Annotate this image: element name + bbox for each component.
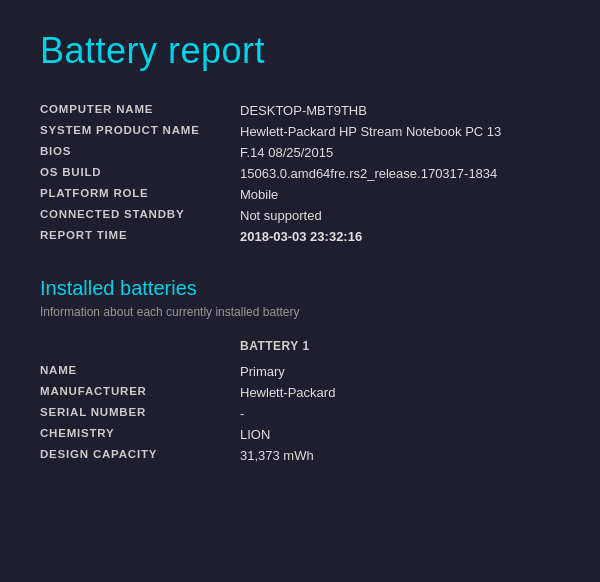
- table-row: PLATFORM ROLEMobile: [40, 184, 560, 205]
- section-separator: Installed batteries Information about ea…: [40, 277, 560, 466]
- row-value: Not supported: [240, 205, 560, 226]
- row-value: Hewlett-Packard: [240, 382, 560, 403]
- table-row: DESIGN CAPACITY31,373 mWh: [40, 445, 560, 466]
- battery-table: NAMEPrimaryMANUFACTURERHewlett-PackardSE…: [40, 361, 560, 466]
- row-label: CHEMISTRY: [40, 424, 240, 445]
- row-label: BIOS: [40, 142, 240, 163]
- table-row: CONNECTED STANDBYNot supported: [40, 205, 560, 226]
- row-label: REPORT TIME: [40, 226, 240, 247]
- row-value: Primary: [240, 361, 560, 382]
- table-row: COMPUTER NAMEDESKTOP-MBT9THB: [40, 100, 560, 121]
- row-value: Hewlett-Packard HP Stream Notebook PC 13: [240, 121, 560, 142]
- row-label: OS BUILD: [40, 163, 240, 184]
- row-value: 2018-03-03 23:32:16: [240, 226, 560, 247]
- row-label: MANUFACTURER: [40, 382, 240, 403]
- row-label: COMPUTER NAME: [40, 100, 240, 121]
- table-row: REPORT TIME2018-03-03 23:32:16: [40, 226, 560, 247]
- table-row: MANUFACTURERHewlett-Packard: [40, 382, 560, 403]
- installed-batteries-title: Installed batteries: [40, 277, 560, 300]
- row-value: F.14 08/25/2015: [240, 142, 560, 163]
- row-value: 31,373 mWh: [240, 445, 560, 466]
- row-label: NAME: [40, 361, 240, 382]
- row-value: 15063.0.amd64fre.rs2_release.170317-1834: [240, 163, 560, 184]
- table-row: SYSTEM PRODUCT NAMEHewlett-Packard HP St…: [40, 121, 560, 142]
- installed-batteries-subtitle: Information about each currently install…: [40, 305, 560, 319]
- row-value: -: [240, 403, 560, 424]
- row-value: LION: [240, 424, 560, 445]
- row-value: DESKTOP-MBT9THB: [240, 100, 560, 121]
- page-container: Battery report COMPUTER NAMEDESKTOP-MBT9…: [0, 0, 600, 582]
- battery-header: BATTERY 1: [40, 339, 560, 353]
- system-info-table: COMPUTER NAMEDESKTOP-MBT9THBSYSTEM PRODU…: [40, 100, 560, 247]
- table-row: BIOSF.14 08/25/2015: [40, 142, 560, 163]
- row-label: PLATFORM ROLE: [40, 184, 240, 205]
- row-label: CONNECTED STANDBY: [40, 205, 240, 226]
- page-title: Battery report: [40, 30, 560, 72]
- table-row: OS BUILD15063.0.amd64fre.rs2_release.170…: [40, 163, 560, 184]
- row-value: Mobile: [240, 184, 560, 205]
- row-label: SERIAL NUMBER: [40, 403, 240, 424]
- table-row: SERIAL NUMBER-: [40, 403, 560, 424]
- table-row: NAMEPrimary: [40, 361, 560, 382]
- table-row: CHEMISTRYLION: [40, 424, 560, 445]
- row-label: DESIGN CAPACITY: [40, 445, 240, 466]
- row-label: SYSTEM PRODUCT NAME: [40, 121, 240, 142]
